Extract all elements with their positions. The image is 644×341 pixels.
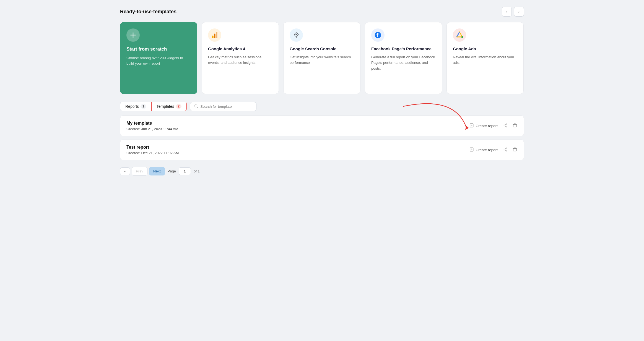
create-report-button[interactable]: Create report [469, 146, 498, 154]
header: Ready-to-use-templates ‹ › [120, 7, 524, 17]
create-report-label: Create report [476, 124, 498, 128]
svg-line-42 [505, 148, 506, 149]
share-icon [503, 123, 508, 129]
delete-icon [513, 147, 517, 153]
svg-point-41 [506, 150, 507, 151]
list-item-actions: Create report [469, 122, 518, 130]
create-report-icon [469, 147, 474, 153]
svg-rect-3 [214, 34, 215, 38]
svg-point-10 [295, 34, 297, 35]
svg-rect-44 [513, 148, 516, 151]
svg-line-17 [457, 32, 459, 37]
fb-title: Facebook Page's Performance [371, 46, 436, 52]
svg-point-40 [506, 148, 507, 149]
gsc-icon [290, 28, 303, 42]
share-button[interactable] [502, 122, 508, 130]
templates-row: Start from scratch Choose among over 200… [120, 22, 524, 94]
list-item: Test report Created: Dec 21, 2022 11:02 … [120, 140, 524, 160]
nav-arrows: ‹ › [502, 7, 524, 17]
pagination-prev[interactable]: Prev [132, 167, 147, 175]
svg-point-25 [504, 125, 505, 126]
tab-templates[interactable]: Templates 2 [151, 102, 187, 111]
gads-desc: Reveal the vital information about your … [453, 54, 517, 65]
item-title: Test report [126, 145, 179, 150]
tab-templates-label: Templates [157, 104, 174, 109]
nav-next-button[interactable]: › [514, 7, 524, 17]
date-value: Jun 21, 2023 11:44 AM [141, 127, 178, 131]
date-label: Created: [126, 127, 140, 131]
gads-title: Google Ads [453, 46, 517, 52]
search-box [190, 102, 256, 111]
svg-line-19 [197, 107, 198, 108]
svg-line-28 [505, 124, 506, 125]
svg-rect-4 [216, 32, 217, 38]
share-icon [503, 147, 508, 153]
arrow-annotation [400, 104, 472, 134]
ga4-title: Google Analytics 4 [208, 46, 272, 52]
tab-reports-count: 1 [141, 104, 146, 109]
gsc-title: Google Search Console [290, 46, 354, 52]
page-title: Ready-to-use-templates [120, 9, 176, 15]
item-date: Created: Jun 21, 2023 11:44 AM [126, 127, 178, 131]
template-card-gads[interactable]: Google Ads Reveal the vital information … [446, 22, 524, 94]
tabs-row: Reports 1 Templates 2 [120, 102, 524, 111]
date-value: Dec 21, 2022 11:02 AM [141, 151, 179, 155]
scratch-icon [126, 28, 140, 42]
list-item-left: My template Created: Jun 21, 2023 11:44 … [126, 121, 178, 131]
nav-prev-button[interactable]: ‹ [502, 7, 512, 17]
ga4-icon [208, 28, 221, 42]
of-label: of 1 [194, 169, 200, 173]
page-container: Ready-to-use-templates ‹ › Start from sc… [120, 7, 524, 175]
template-card-gsc[interactable]: Google Search Console Get insights into … [283, 22, 360, 94]
template-card-fb[interactable]: Facebook Page's Performance Generate a f… [365, 22, 442, 94]
tab-reports[interactable]: Reports 1 [120, 102, 151, 111]
pagination-next[interactable]: Next [149, 167, 165, 175]
pagination: « Prev Next Page of 1 [120, 167, 524, 175]
svg-point-39 [504, 149, 505, 150]
next-label: Next [153, 169, 161, 173]
svg-line-43 [505, 149, 506, 150]
scratch-title: Start from scratch [126, 46, 191, 53]
svg-rect-2 [212, 36, 213, 38]
create-report-label: Create report [476, 148, 498, 152]
prev-label: Prev [136, 169, 143, 173]
svg-line-11 [296, 37, 297, 38]
scratch-desc: Choose among over 200 widgets to build y… [126, 55, 191, 66]
gads-icon [453, 28, 466, 42]
tab-templates-count: 2 [176, 104, 182, 109]
svg-line-29 [505, 125, 506, 126]
fb-icon [371, 28, 385, 42]
pagination-double-prev[interactable]: « [120, 167, 130, 175]
search-input[interactable] [200, 104, 252, 109]
template-card-scratch[interactable]: Start from scratch Choose among over 200… [120, 22, 197, 94]
tab-reports-label: Reports [125, 104, 139, 109]
date-label: Created: [126, 151, 140, 155]
page-label: Page [168, 169, 176, 173]
svg-rect-30 [513, 124, 516, 127]
list-item-actions: Create report [469, 146, 518, 154]
svg-point-27 [506, 126, 507, 127]
search-icon [194, 104, 198, 109]
delete-button[interactable] [512, 146, 518, 154]
create-report-button[interactable]: Create report [469, 122, 498, 130]
template-card-ga4[interactable]: Google Analytics 4 Get key metrics such … [202, 22, 279, 94]
item-date: Created: Dec 21, 2022 11:02 AM [126, 151, 179, 155]
gsc-desc: Get insights into your website's search … [290, 54, 354, 65]
list-item-left: Test report Created: Dec 21, 2022 11:02 … [126, 145, 179, 155]
fb-desc: Generate a full report on your Facebook … [371, 54, 436, 71]
delete-icon [513, 123, 517, 129]
item-title: My template [126, 121, 178, 126]
share-button[interactable] [502, 146, 508, 154]
svg-point-26 [506, 124, 507, 125]
delete-button[interactable] [512, 122, 518, 130]
ga4-desc: Get key metrics such as sessions, events… [208, 54, 272, 65]
page-input[interactable] [179, 167, 191, 175]
